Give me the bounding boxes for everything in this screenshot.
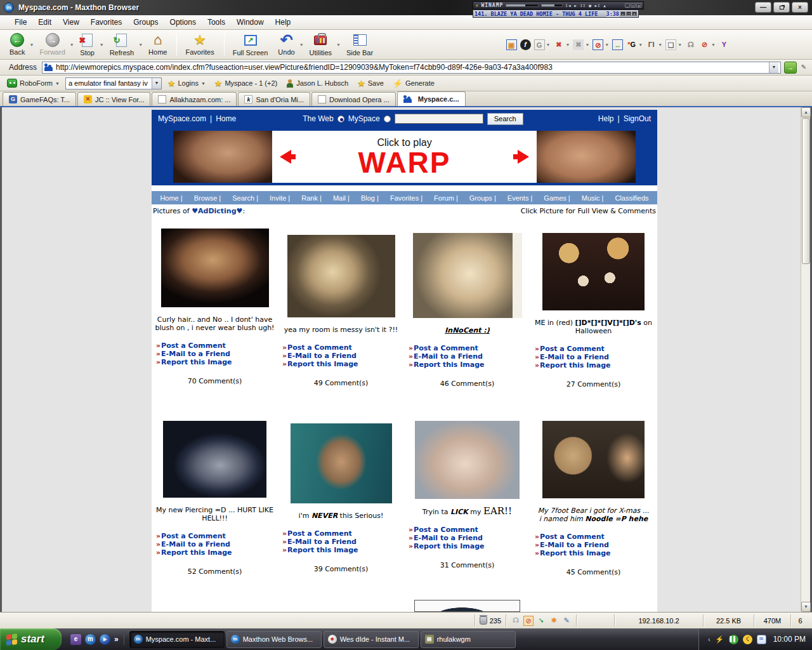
menu-options[interactable]: Options	[164, 18, 202, 27]
search-scope-web-radio[interactable]	[337, 116, 344, 123]
undo-dropdown[interactable]: ▼	[299, 43, 304, 47]
paste-plugin-icon[interactable]: ▣	[506, 39, 517, 50]
scroll-up-arrow[interactable]: ▲	[801, 107, 811, 117]
ad-killer-icon[interactable]: ✖	[553, 39, 564, 50]
roboform-passcard-combo[interactable]: a emulator final fantasy iv ▼	[65, 77, 162, 90]
photo-thumbnail-9-partial[interactable]	[414, 600, 520, 612]
scrollbar-thumb[interactable]	[802, 118, 810, 264]
post-comment-link[interactable]: »Post a Comment	[282, 529, 404, 538]
nav-rank[interactable]: Rank	[289, 194, 321, 202]
mouse-gesture-status-icon[interactable]: ☊	[511, 616, 521, 626]
menu-favorites[interactable]: Favorites	[85, 18, 128, 27]
passcard-dropdown[interactable]: ▼	[152, 78, 161, 89]
home-button[interactable]: ⌂ Home	[144, 32, 171, 57]
post-comment-link[interactable]: »Post a Comment	[535, 345, 657, 353]
roboform-logins-button[interactable]: ★ Logins▼	[164, 77, 209, 89]
address-history-dropdown[interactable]: ▼	[769, 62, 778, 73]
tab-jc-forum[interactable]: ✕JC :: View For...	[77, 92, 150, 106]
nav-invite[interactable]: Invite	[258, 194, 289, 202]
utilities-dropdown[interactable]: ▼	[336, 43, 341, 47]
nav-forum[interactable]: Forum	[422, 194, 457, 202]
refresh-button[interactable]: ↻ Refresh	[105, 31, 139, 58]
address-input-box[interactable]: ▼	[42, 62, 781, 74]
tab-download-opera[interactable]: Download Opera ...	[311, 92, 396, 106]
post-comment-link[interactable]: »Post a Comment	[156, 342, 278, 350]
email-friend-link[interactable]: »E-Mail to a Friend	[409, 534, 530, 542]
roboform-menu-button[interactable]: RoboForm▼	[4, 78, 63, 88]
winamp-tray-icon[interactable]: ⚡	[715, 635, 724, 644]
menu-tools[interactable]: Tools	[202, 18, 231, 27]
photo-thumbnail-8[interactable]	[542, 421, 645, 498]
sidebar-button[interactable]: Side Bar	[342, 31, 377, 58]
back-button[interactable]: ← Back	[5, 32, 29, 57]
report-image-link[interactable]: »Report this Image	[156, 548, 278, 557]
menu-groups[interactable]: Groups	[128, 18, 164, 27]
mail-tray-icon[interactable]: ✉	[757, 635, 766, 644]
myspace-search-button[interactable]: Search	[487, 113, 523, 125]
nav-music[interactable]: Music	[570, 194, 603, 202]
utilities-button[interactable]: Utilities	[305, 31, 336, 58]
go-button[interactable]: →	[784, 62, 797, 74]
minimize-button[interactable]: —	[755, 2, 771, 13]
winamp-transport-controls[interactable]: I◀ ▶ II ■ ▶I ▲	[565, 3, 606, 8]
nav-groups[interactable]: Groups	[457, 194, 495, 202]
task-myspace-window[interactable]: mMyspace.com - Maxt...	[129, 631, 225, 648]
nav-mail[interactable]: Mail	[321, 194, 349, 202]
report-image-link[interactable]: »Report this Image	[282, 360, 404, 368]
report-image-link[interactable]: »Report this Image	[535, 549, 657, 557]
quicklaunch-maxthon-icon[interactable]: m	[85, 634, 96, 645]
copy-pages-dropdown[interactable]: ▼	[678, 43, 682, 47]
popup-blocker-dropdown[interactable]: ▼	[605, 43, 609, 47]
flash-plugin-icon[interactable]: f	[520, 39, 531, 50]
content-block-dropdown[interactable]: ▼	[711, 43, 716, 47]
email-friend-link[interactable]: »E-Mail to a Friend	[282, 352, 404, 360]
nav-search[interactable]: Search	[220, 194, 258, 202]
task-instant-messenger[interactable]: ☻Wes dIde - Instant M...	[324, 631, 419, 648]
email-friend-link[interactable]: »E-Mail to a Friend	[156, 540, 278, 548]
google-plugin-dropdown[interactable]: ▼	[546, 43, 551, 47]
post-comment-link[interactable]: »Post a Comment	[535, 533, 657, 541]
ad-killer-dropdown[interactable]: ▼	[565, 43, 570, 47]
aim-tray-icon[interactable]: ☇	[743, 635, 752, 644]
myspace-com-link[interactable]: MySpace.com	[158, 114, 206, 123]
menu-edit[interactable]: Edit	[32, 18, 57, 27]
report-image-link[interactable]: »Report this Image	[409, 361, 530, 369]
photo-thumbnail-5[interactable]	[163, 421, 266, 498]
report-image-link[interactable]: »Report this Image	[282, 546, 404, 554]
email-friend-link[interactable]: »E-Mail to a Friend	[282, 538, 404, 546]
post-comment-link[interactable]: »Post a Comment	[409, 526, 530, 534]
restore-button[interactable]	[773, 2, 790, 13]
winamp-pl-close-button[interactable]: ×	[632, 11, 637, 16]
forward-button[interactable]: → Forward	[35, 32, 69, 57]
nav-home[interactable]: Home	[157, 194, 181, 202]
search-scope-myspace-radio[interactable]	[384, 116, 391, 123]
quicklaunch-more-chevron[interactable]: »	[114, 635, 119, 644]
post-comment-link[interactable]: »Post a Comment	[282, 343, 404, 352]
task-maxthon-window[interactable]: mMaxthon Web Brows...	[226, 631, 322, 648]
address-edit-icon[interactable]: ✎	[799, 62, 808, 72]
image-blocker-icon[interactable]: ✖	[573, 39, 584, 50]
photo-thumbnail-4[interactable]	[542, 233, 645, 310]
report-image-link[interactable]: »Report this Image	[535, 361, 657, 369]
winamp-seek-slider[interactable]	[506, 4, 539, 7]
google-plugin-icon[interactable]: G	[534, 39, 545, 50]
help-link[interactable]: Help	[598, 114, 614, 123]
email-friend-link[interactable]: »E-Mail to a Friend	[156, 350, 278, 358]
window-titlebar[interactable]: m Myspace.com - Maxthon Browser — ×	[0, 0, 812, 15]
content-block-icon[interactable]: ⊘	[699, 39, 710, 50]
photo-thumbnail-6[interactable]	[291, 423, 392, 503]
winamp-close-button[interactable]: ×	[636, 3, 641, 8]
winamp-shade-button[interactable]: □	[631, 3, 636, 8]
roboform-matches-button[interactable]: ★ Myspace - 1 (+2)	[211, 77, 280, 89]
download-status-icon[interactable]: ➘	[536, 616, 546, 626]
report-image-link[interactable]: »Report this Image	[409, 542, 530, 550]
photo-thumbnail-2[interactable]	[287, 235, 395, 317]
tab-myspace-active[interactable]: Myspace.c...	[397, 91, 466, 106]
stop-dropdown[interactable]: ▼	[100, 43, 104, 47]
undo-button[interactable]: ↶ Undo	[273, 32, 299, 57]
back-dropdown[interactable]: ▼	[29, 43, 34, 47]
photo-thumbnail-7[interactable]	[415, 421, 520, 499]
favorites-button[interactable]: ★ Favorites	[181, 32, 218, 57]
vertical-scrollbar[interactable]: ▲ ▼	[801, 107, 810, 612]
winamp-volume-slider[interactable]	[541, 4, 563, 7]
